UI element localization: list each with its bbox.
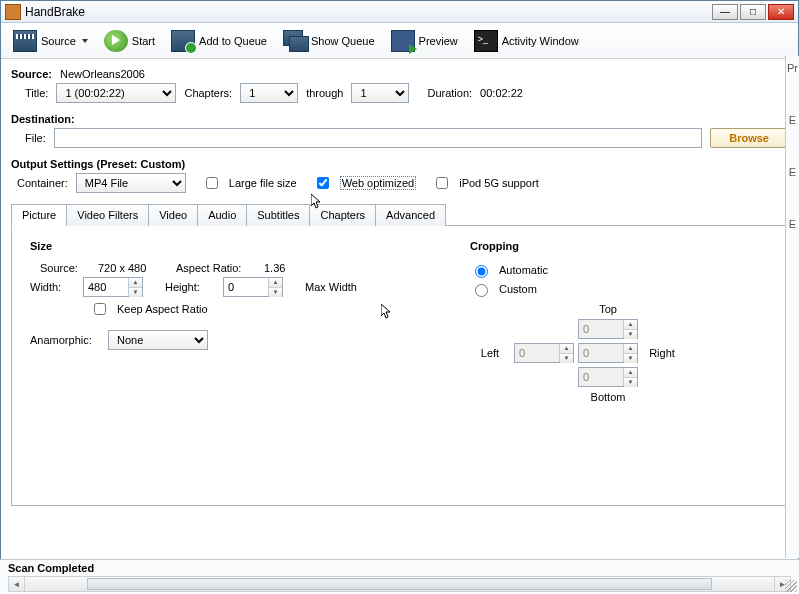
tab-video-filters[interactable]: Video Filters bbox=[66, 204, 149, 226]
web-optimized-checkbox[interactable] bbox=[317, 177, 329, 189]
anamorphic-select[interactable]: None bbox=[108, 330, 208, 350]
crop-bottom-label: Bottom bbox=[591, 391, 626, 403]
terminal-icon bbox=[474, 30, 498, 52]
destination-heading: Destination: bbox=[11, 113, 788, 125]
keep-aspect-checkbox[interactable] bbox=[94, 303, 106, 315]
aspect-label: Aspect Ratio: bbox=[176, 262, 256, 274]
toolbar: Source Start Add to Queue Show Queue Pre… bbox=[1, 23, 798, 59]
crop-custom-radio[interactable] bbox=[475, 284, 488, 297]
title-select[interactable]: 1 (00:02:22) bbox=[56, 83, 176, 103]
show-queue-button[interactable]: Show Queue bbox=[277, 28, 381, 54]
source-dims: 720 x 480 bbox=[98, 262, 168, 274]
cropping-heading: Cropping bbox=[470, 240, 682, 252]
scroll-left-icon[interactable]: ◄ bbox=[9, 577, 25, 591]
title-label: Title: bbox=[25, 87, 48, 99]
tab-audio[interactable]: Audio bbox=[197, 204, 247, 226]
crop-right-label: Right bbox=[649, 347, 675, 359]
file-label: File: bbox=[25, 132, 46, 144]
large-file-label: Large file size bbox=[229, 177, 297, 189]
crop-custom-label: Custom bbox=[499, 283, 537, 295]
h-scrollbar[interactable]: ◄ ► bbox=[8, 576, 791, 592]
crop-right-stepper: ▲▼ bbox=[578, 343, 638, 363]
duration-value: 00:02:22 bbox=[480, 87, 523, 99]
app-icon bbox=[5, 4, 21, 20]
duration-label: Duration: bbox=[427, 87, 472, 99]
statusbar: Scan Completed ◄ ► bbox=[0, 559, 799, 594]
crop-left-stepper: ▲▼ bbox=[514, 343, 574, 363]
height-label: Height: bbox=[165, 281, 215, 293]
browse-button[interactable]: Browse bbox=[710, 128, 788, 148]
show-queue-label: Show Queue bbox=[311, 35, 375, 47]
width-stepper[interactable]: ▲▼ bbox=[83, 277, 143, 297]
container-label: Container: bbox=[17, 177, 68, 189]
titlebar: HandBrake — □ ✕ bbox=[1, 1, 798, 23]
tab-subtitles[interactable]: Subtitles bbox=[246, 204, 310, 226]
preview-button[interactable]: Preview bbox=[385, 28, 464, 54]
container-select[interactable]: MP4 File bbox=[76, 173, 186, 193]
start-button[interactable]: Start bbox=[98, 28, 161, 54]
source-dims-label: Source: bbox=[40, 262, 90, 274]
crop-auto-radio[interactable] bbox=[475, 265, 488, 278]
width-label: Width: bbox=[30, 281, 75, 293]
chapter-from-select[interactable]: 1 bbox=[240, 83, 298, 103]
crop-auto-label: Automatic bbox=[499, 264, 548, 276]
web-optimized-label: Web optimized bbox=[340, 176, 417, 190]
max-width-label: Max Width bbox=[305, 281, 357, 293]
chapter-to-select[interactable]: 1 bbox=[351, 83, 409, 103]
source-label: Source bbox=[41, 35, 76, 47]
file-input[interactable] bbox=[54, 128, 702, 148]
ipod-checkbox[interactable] bbox=[436, 177, 448, 189]
activity-label: Activity Window bbox=[502, 35, 579, 47]
queue-icon bbox=[283, 30, 307, 52]
add-queue-icon bbox=[171, 30, 195, 52]
anamorphic-label: Anamorphic: bbox=[30, 334, 100, 346]
resize-grip[interactable] bbox=[785, 580, 797, 592]
activity-button[interactable]: Activity Window bbox=[468, 28, 585, 54]
crop-bottom-stepper: ▲▼ bbox=[578, 367, 638, 387]
through-label: through bbox=[306, 87, 343, 99]
close-button[interactable]: ✕ bbox=[768, 4, 794, 20]
maximize-button[interactable]: □ bbox=[740, 4, 766, 20]
large-file-checkbox[interactable] bbox=[206, 177, 218, 189]
preview-icon bbox=[391, 30, 415, 52]
source-button[interactable]: Source bbox=[7, 28, 94, 54]
tab-picture[interactable]: Picture bbox=[11, 204, 67, 226]
status-text: Scan Completed bbox=[8, 562, 791, 574]
tabs: Picture Video Filters Video Audio Subtit… bbox=[11, 203, 788, 226]
film-icon bbox=[13, 30, 37, 52]
scroll-thumb[interactable] bbox=[87, 578, 712, 590]
presets-pane-collapsed[interactable]: Pr EEE bbox=[785, 56, 799, 558]
minimize-button[interactable]: — bbox=[712, 4, 738, 20]
start-label: Start bbox=[132, 35, 155, 47]
preview-label: Preview bbox=[419, 35, 458, 47]
source-title-label: Source: bbox=[11, 68, 52, 80]
height-stepper[interactable]: ▲▼ bbox=[223, 277, 283, 297]
add-queue-label: Add to Queue bbox=[199, 35, 267, 47]
source-name: NewOrleans2006 bbox=[60, 68, 145, 80]
aspect-value: 1.36 bbox=[264, 262, 285, 274]
crop-left-label: Left bbox=[481, 347, 499, 359]
tab-advanced[interactable]: Advanced bbox=[375, 204, 446, 226]
crop-top-stepper: ▲▼ bbox=[578, 319, 638, 339]
tab-video[interactable]: Video bbox=[148, 204, 198, 226]
tab-chapters[interactable]: Chapters bbox=[309, 204, 376, 226]
size-heading: Size bbox=[30, 240, 410, 252]
presets-label: Pr bbox=[787, 62, 798, 74]
keep-aspect-label: Keep Aspect Ratio bbox=[117, 303, 208, 315]
output-heading: Output Settings (Preset: Custom) bbox=[11, 158, 788, 170]
play-icon bbox=[104, 30, 128, 52]
crop-top-label: Top bbox=[599, 303, 617, 315]
add-queue-button[interactable]: Add to Queue bbox=[165, 28, 273, 54]
picture-panel: Size Source: 720 x 480 Aspect Ratio: 1.3… bbox=[11, 226, 788, 506]
chapters-label: Chapters: bbox=[184, 87, 232, 99]
ipod-label: iPod 5G support bbox=[459, 177, 539, 189]
chevron-down-icon bbox=[82, 39, 88, 43]
window-title: HandBrake bbox=[25, 5, 85, 19]
